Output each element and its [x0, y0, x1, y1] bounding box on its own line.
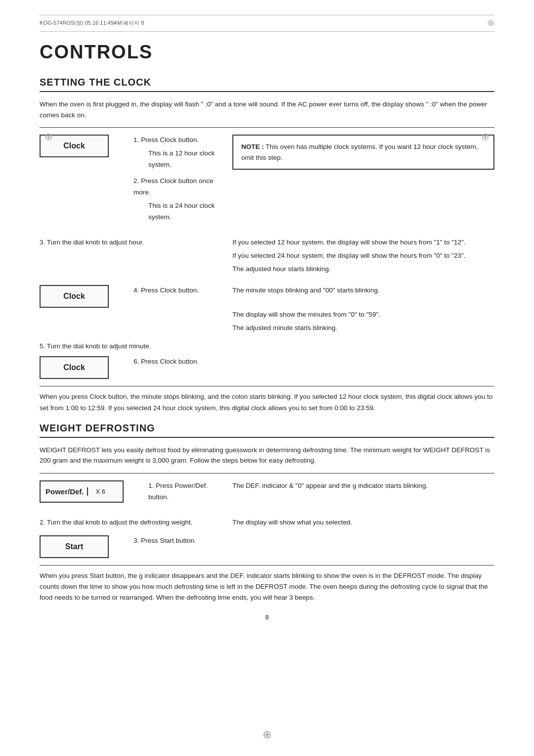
setting-clock-intro: When the oven is first plugged in, the d… [40, 99, 494, 120]
wd-step1-right: The DEF. indicator & "0" appear and the … [232, 480, 494, 512]
left-crosshair: ⊕ [44, 131, 53, 142]
page-number: 8 [40, 614, 494, 621]
step3-text: 3. Turn the dial knob to adjust hour. [40, 237, 218, 248]
step5-row: 5. Turn the dial knob to adjust minute. [40, 341, 494, 352]
step5-text: 5. Turn the dial knob to adjust minute. [40, 341, 494, 352]
step3-row: 3. Turn the dial knob to adjust hour. If… [40, 237, 494, 277]
step1-row: Clock 1. Press Clock button. This is a 1… [40, 135, 494, 232]
bottom-crosshair: ⊕ [263, 728, 271, 741]
step3-left: 3. Turn the dial knob to adjust hour. [40, 237, 218, 277]
header-meta: KOG-574ROS(영) 05.16 11:49AM 페이지 8 [40, 19, 144, 27]
wd-step1-row: Power/Def. X 6 1. Press Power/Def. butto… [40, 480, 494, 512]
wd-step2-text: 2. Turn the dial knob to adjust the defr… [40, 517, 218, 528]
step4-row: Clock 4. Press Clock button. The minute … [40, 285, 494, 336]
clock-button-3[interactable]: Clock [40, 356, 109, 379]
step6-row: Clock 6. Press Clock button. [40, 356, 494, 379]
header-crosshair: ⊕ [487, 17, 494, 28]
power-def-button[interactable]: Power/Def. X 6 [40, 480, 124, 503]
wd-step1-text: 1. Press Power/Def. button. [148, 480, 218, 505]
wd-step2-right: The display will show what you selected. [232, 517, 494, 530]
start-button[interactable]: Start [40, 535, 109, 558]
setting-clock-heading: SETTING THE CLOCK [40, 77, 494, 92]
step3-right: If you selected 12 hour system, the disp… [232, 237, 494, 277]
weight-defrosting-heading: WEIGHT DEFROSTING [40, 423, 494, 438]
page-wrapper: KOG-574ROS(영) 05.16 11:49AM 페이지 8 ⊕ ⊕ ⊕ … [0, 0, 534, 756]
page-title: CONTROLS [40, 42, 494, 63]
setting-clock-section: SETTING THE CLOCK When the oven is first… [40, 77, 494, 414]
wd-step2-row: 2. Turn the dial knob to adjust the defr… [40, 517, 494, 530]
wd-step3-row: Start 3. Press Start button. [40, 535, 494, 558]
step4-right: The minute stops blinking and "00" start… [232, 285, 494, 336]
step1-right: NOTE : This oven has multiple clock syst… [232, 135, 494, 232]
weight-defrosting-intro: WEIGHT DEFROST lets you easily defrost f… [40, 445, 494, 466]
note-box: NOTE : This oven has multiple clock syst… [232, 135, 494, 170]
wd-step2-right-text: The display will show what you selected. [232, 517, 494, 528]
step4-left: Clock 4. Press Clock button. [40, 285, 218, 336]
wd-step1-left: Power/Def. X 6 1. Press Power/Def. butto… [40, 480, 218, 512]
step1-left: Clock 1. Press Clock button. This is a 1… [40, 135, 218, 232]
wd-step2-left: 2. Turn the dial knob to adjust the defr… [40, 517, 218, 530]
weight-defrosting-section: WEIGHT DEFROSTING WEIGHT DEFROST lets yo… [40, 423, 494, 604]
step1-text: 1. Press Clock button. This is a 12 hour… [134, 135, 218, 225]
clock-bottom-text: When you press Clock button, the minute … [40, 386, 494, 414]
wd-bottom-text: When you press Start button, the g indic… [40, 565, 494, 604]
step4-text: 4. Press Clock button. [134, 285, 199, 298]
wd-step3-text: 3. Press Start button. [134, 535, 196, 549]
wd-step1-right-text: The DEF. indicator & "0" appear and the … [232, 480, 494, 492]
clock-button-2[interactable]: Clock [40, 285, 109, 308]
step6-text: 6. Press Clock button. [134, 356, 199, 370]
step4-right-text: The minute stops blinking and "00" start… [232, 285, 494, 334]
step3-right-text: If you selected 12 hour system, the disp… [232, 237, 494, 275]
right-crosshair: ⊕ [481, 131, 490, 142]
